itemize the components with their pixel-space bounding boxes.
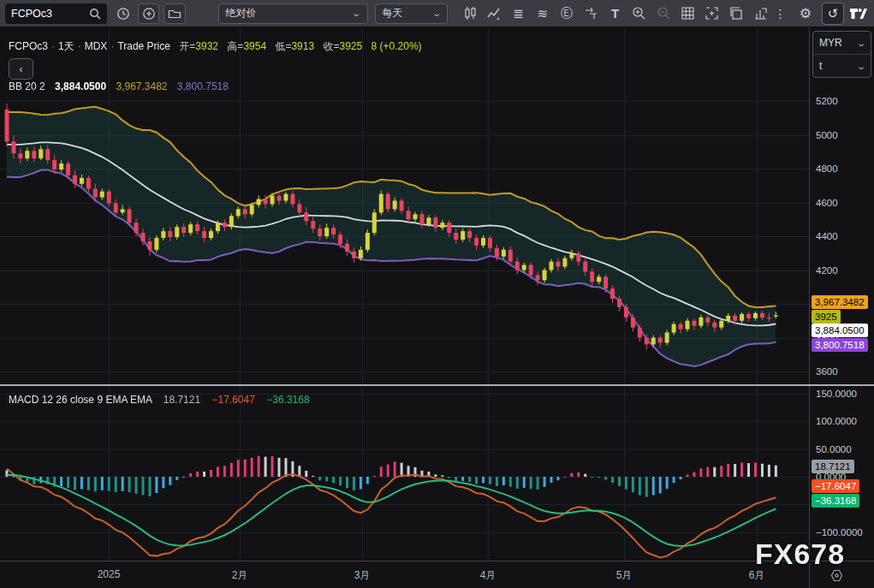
price-chart-canvas[interactable] <box>0 27 809 561</box>
price-badge: 3,800.7518 <box>812 338 868 352</box>
chevron-left-icon: ‹ <box>20 63 23 75</box>
price-tick-label: 5200 <box>816 95 838 107</box>
trading-app: FCPOc3 绝对价 ⌄ 每天 ⌄ ≣ ≋ Ⓔ T <box>0 0 874 588</box>
chevron-down-icon: ⌄ <box>431 9 442 18</box>
undo-icon: ↺ <box>828 6 839 21</box>
undo-button[interactable]: ↺ <box>822 3 843 25</box>
pane-divider[interactable] <box>0 384 874 386</box>
bb-upper-value: 3,967.3482 <box>116 80 167 92</box>
legend-symbol: FCPOc3 <box>9 40 48 52</box>
time-axis[interactable]: 20252月3月4月5月6月 <box>0 561 874 588</box>
chevron-down-icon: ⌄ <box>351 9 361 18</box>
legend-low: 3913 <box>291 40 314 52</box>
price-tick-label: 3600 <box>816 365 838 377</box>
time-label: 2025 <box>90 568 128 580</box>
price-tick-label: 5000 <box>816 129 838 141</box>
legend-series: Trade Price <box>117 40 170 52</box>
price-badge: 3,884.0500 <box>812 324 868 337</box>
legend-high: 3954 <box>243 40 266 52</box>
bb-title: BB 20 2 <box>9 80 45 92</box>
interval-value: 每天 <box>383 6 403 21</box>
add-circle-icon <box>142 7 156 21</box>
macd-histogram-value: 18.7121 <box>164 394 200 406</box>
price-tick-label: 4600 <box>816 197 838 209</box>
symbol-text: FCPOc3 <box>11 8 52 20</box>
bb-basis-value: 3,884.0500 <box>55 80 106 92</box>
settings-gear-icon[interactable]: ⚙ <box>795 3 815 24</box>
macd-tick-label: 150.0000 <box>816 388 857 400</box>
macd-badge: −17.6047 <box>812 479 859 493</box>
more-icon[interactable]: ⋮ <box>770 3 790 24</box>
price-tick-label: 4200 <box>816 264 838 276</box>
copy-icon[interactable] <box>726 3 746 24</box>
add-symbol-button[interactable] <box>138 3 159 24</box>
price-badge: 3,967.3482 <box>812 295 868 309</box>
layers-icon[interactable]: ≣ <box>508 3 528 24</box>
watchlist-folder-button[interactable] <box>164 3 185 24</box>
price-badge: 3925 <box>812 310 841 324</box>
compare-icon[interactable] <box>581 3 601 24</box>
currency-dropdown[interactable]: MYR ⌄ <box>813 32 871 55</box>
stats-icon[interactable] <box>751 3 770 24</box>
legend-close: 3925 <box>340 40 363 52</box>
time-label: 2月 <box>221 568 259 583</box>
clock-icon[interactable] <box>114 3 134 24</box>
legend-change: 8 (+0.20%) <box>372 40 422 52</box>
indicators-icon[interactable] <box>485 3 504 24</box>
price-type-dropdown[interactable]: 绝对价 ⌄ <box>218 3 368 24</box>
price-tick-label: 4800 <box>816 163 838 175</box>
price-tick-label: 4400 <box>816 230 838 242</box>
chevron-down-icon: ⌄ <box>856 62 866 71</box>
macd-badge: 18.7121 <box>812 460 854 473</box>
top-toolbar: FCPOc3 绝对价 ⌄ 每天 ⌄ ≣ ≋ Ⓔ T <box>0 0 874 27</box>
time-label: 4月 <box>469 568 507 583</box>
currency-value: MYR <box>819 37 842 49</box>
zoom-out-icon[interactable] <box>654 3 674 24</box>
time-label: 5月 <box>605 568 643 583</box>
legend-open: 3932 <box>195 40 218 52</box>
interval-dropdown[interactable]: 每天 ⌄ <box>375 3 449 24</box>
folder-icon <box>168 7 181 21</box>
axis-unit-selector: MYR ⌄ t ⌄ <box>812 31 871 78</box>
macd-tick-label: 50.0000 <box>816 443 852 455</box>
events-icon[interactable]: Ⓔ <box>556 3 576 24</box>
macd-signal-value: −36.3168 <box>266 394 309 406</box>
unit-value: t <box>819 60 822 72</box>
macd-tick-label: −100.0000 <box>816 526 863 538</box>
legend-interval: 1天 <box>58 40 74 52</box>
macd-legend: MACD 12 26 close 9 EMA EMA 18.7121 −17.6… <box>9 394 310 406</box>
chevron-down-icon: ⌄ <box>856 39 866 48</box>
symbol-legend: FCPOc3·1天·MDX·Trade Price 开=3932 高=3954 … <box>9 39 422 54</box>
zoom-in-icon[interactable] <box>629 3 649 24</box>
legend-exchange: MDX <box>85 40 108 52</box>
grid-icon[interactable] <box>678 3 698 24</box>
tradingview-logo[interactable] <box>849 3 869 24</box>
unit-dropdown[interactable]: t ⌄ <box>813 55 871 77</box>
bb-lower-value: 3,800.7518 <box>177 80 229 92</box>
macd-badge: −36.3168 <box>812 494 859 508</box>
watermark: FX678 <box>755 538 845 571</box>
collapse-legend-button[interactable]: ‹ <box>9 58 33 80</box>
macd-tick-label: 100.0000 <box>816 415 857 427</box>
time-label: 3月 <box>343 568 381 583</box>
price-axis[interactable]: MYR ⌄ t ⌄ 520050004800460044004200400038… <box>809 27 874 561</box>
candlestick-style-icon[interactable] <box>460 3 479 24</box>
macd-title: MACD 12 26 close 9 EMA EMA <box>9 394 152 406</box>
macd-line-value: −17.6047 <box>211 394 254 406</box>
search-icon <box>89 8 101 20</box>
price-type-value: 绝对价 <box>226 6 257 21</box>
bollinger-legend: BB 20 2 3,884.0500 3,967.3482 3,800.7518 <box>9 80 229 92</box>
snapshot-icon[interactable] <box>702 3 722 24</box>
patterns-icon[interactable]: ≋ <box>532 3 552 24</box>
symbol-search-input[interactable]: FCPOc3 <box>5 3 107 24</box>
text-tool-icon[interactable]: T <box>605 3 625 24</box>
